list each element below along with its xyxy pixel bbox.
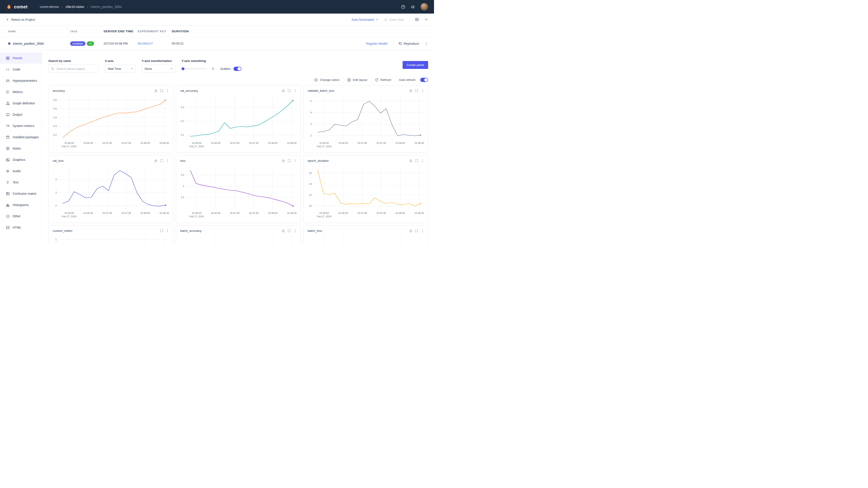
svg-text:Feb 27, 2024: Feb 27, 2024 bbox=[62, 215, 76, 218]
comet-logo-icon bbox=[6, 4, 12, 10]
breadcrumb-item[interactable]: interim_pavilion_3584 bbox=[91, 5, 122, 8]
edit-layout-button[interactable]: Edit layout bbox=[347, 78, 367, 82]
sidebar-item-graphics[interactable]: Graphics bbox=[0, 154, 42, 165]
expand-icon[interactable] bbox=[286, 228, 292, 233]
sidebar-item-notes[interactable]: Notes bbox=[0, 143, 42, 154]
expand-icon[interactable] bbox=[414, 88, 419, 93]
sidebar-item-installed-packages[interactable]: Installed packages bbox=[0, 131, 42, 143]
lock-open-icon[interactable] bbox=[153, 88, 158, 93]
lock-open-icon[interactable] bbox=[408, 88, 413, 93]
lock-open-icon[interactable] bbox=[408, 158, 413, 163]
save-view-button[interactable]: Save View bbox=[384, 18, 404, 22]
chart-val_accuracy[interactable]: 15:46:00Feb 27, 202415:46:3015:47:0015:4… bbox=[176, 94, 301, 150]
sidebar-item-text[interactable]: Text bbox=[0, 177, 42, 188]
experiment-name[interactable]: interim_pavilion_3584 bbox=[13, 42, 43, 45]
smoothing-slider[interactable] bbox=[182, 67, 207, 70]
chart-custom_metric[interactable]: 15:46:00Feb 27, 202415:46:3015:47:0015:4… bbox=[49, 234, 173, 244]
row-kebab-menu-icon[interactable] bbox=[425, 42, 428, 45]
sidebar-item-histograms[interactable]: Histograms bbox=[0, 199, 42, 210]
sidebar-item-metrics[interactable]: Metrics bbox=[0, 86, 42, 98]
comet-logo[interactable]: comet bbox=[6, 4, 28, 10]
ytrans-select[interactable]: None bbox=[142, 65, 175, 73]
return-to-project-link[interactable]: Return to Project bbox=[6, 18, 35, 22]
sidebar-item-output[interactable]: Output bbox=[0, 109, 42, 120]
lock-open-icon[interactable] bbox=[281, 158, 286, 163]
column-header-tags[interactable]: TAGS bbox=[68, 30, 101, 33]
breadcrumb-item[interactable]: comet-demos bbox=[40, 5, 59, 8]
refresh-button[interactable]: Refresh bbox=[375, 78, 391, 82]
sidebar-item-panels[interactable]: Panels bbox=[0, 53, 42, 64]
lock-open-icon[interactable] bbox=[281, 228, 286, 233]
slider-knob[interactable] bbox=[182, 67, 184, 70]
chart-epoch_duration[interactable]: 15:46:00Feb 27, 202415:46:3015:47:0015:4… bbox=[304, 164, 428, 220]
user-avatar[interactable] bbox=[421, 3, 428, 11]
kebab-menu-icon[interactable] bbox=[292, 158, 298, 163]
chart-batch_accuracy[interactable]: 15:46:00Feb 27, 202415:46:3015:47:0015:4… bbox=[176, 234, 301, 244]
expand-icon[interactable] bbox=[159, 158, 164, 163]
kebab-menu-icon[interactable] bbox=[420, 88, 425, 93]
kebab-menu-icon[interactable] bbox=[165, 88, 170, 93]
lock-open-icon[interactable] bbox=[153, 158, 158, 163]
kebab-menu-icon[interactable] bbox=[420, 228, 425, 233]
kebab-menu-icon[interactable] bbox=[292, 88, 298, 93]
kebab-menu-icon[interactable] bbox=[165, 158, 170, 163]
svg-text:1.5: 1.5 bbox=[181, 196, 184, 199]
column-header-name[interactable]: NAME bbox=[6, 26, 68, 37]
svg-text:4: 4 bbox=[310, 111, 312, 114]
announcements-icon[interactable] bbox=[411, 5, 415, 9]
sidebar-item-html[interactable]: HTML bbox=[0, 222, 42, 233]
sidebar-item-hyperparameters[interactable]: Hyperparameters bbox=[0, 75, 42, 86]
sidebar-item-label: Audio bbox=[13, 169, 21, 173]
column-header-duration[interactable]: DURATION bbox=[169, 30, 199, 33]
kebab-menu-icon[interactable] bbox=[292, 228, 298, 233]
expand-icon[interactable] bbox=[286, 158, 292, 163]
experiment-name-cell[interactable]: interim_pavilion_3584 bbox=[6, 42, 68, 45]
chart-loss[interactable]: 15:46:00Feb 27, 202415:46:3015:47:0015:4… bbox=[176, 164, 301, 220]
search-input[interactable] bbox=[56, 67, 96, 71]
kebab-menu-icon[interactable] bbox=[165, 228, 170, 233]
reproduce-button[interactable]: Reproduce bbox=[399, 42, 419, 45]
kebab-menu-icon[interactable] bbox=[420, 158, 425, 163]
slider-track[interactable] bbox=[182, 68, 207, 69]
column-header-server-end-time[interactable]: SERVER END TIME bbox=[101, 30, 135, 33]
chart-validate_batch_loss[interactable]: 15:46:00Feb 27, 202415:46:3015:47:0015:4… bbox=[304, 94, 428, 150]
sidebar-item-system-metrics[interactable]: System metrics bbox=[0, 120, 42, 131]
sidebar-item-confusion-matrix[interactable]: Confusion matrix bbox=[0, 188, 42, 199]
panel-header: batch_accuracy bbox=[176, 225, 301, 234]
outliers-toggle[interactable] bbox=[234, 67, 241, 71]
sidebar-item-graph-definition[interactable]: Graph definition bbox=[0, 98, 42, 109]
xaxis-select[interactable]: Wall Time bbox=[105, 65, 135, 73]
svg-text:0.2: 0.2 bbox=[181, 120, 184, 123]
sidebar-item-code[interactable]: Code bbox=[0, 64, 42, 75]
expand-icon[interactable] bbox=[286, 88, 292, 93]
sidebar-item-other[interactable]: Other bbox=[0, 210, 42, 222]
table-view-icon[interactable] bbox=[415, 18, 419, 22]
tag-pill[interactable]: candidate bbox=[70, 41, 86, 46]
chart-accuracy[interactable]: 15:46:00Feb 27, 202415:46:3015:47:0015:4… bbox=[49, 94, 173, 150]
expand-icon[interactable] bbox=[159, 88, 164, 93]
change-colors-button[interactable]: Change colors bbox=[314, 78, 340, 82]
create-panel-button[interactable]: Create panel bbox=[403, 61, 428, 69]
collapse-header-icon[interactable] bbox=[424, 18, 428, 22]
lock-open-icon[interactable] bbox=[408, 228, 413, 233]
column-header-experiment-key[interactable]: EXPERIMENT KEY bbox=[135, 30, 169, 33]
register-model-link[interactable]: Register Model bbox=[366, 42, 387, 45]
expand-icon[interactable] bbox=[159, 228, 164, 233]
chart-val_loss[interactable]: 15:46:00Feb 27, 202415:46:3015:47:0015:4… bbox=[49, 164, 173, 220]
help-icon[interactable] bbox=[401, 5, 405, 9]
tag-pill[interactable]: +1 bbox=[87, 41, 94, 46]
sidebar-item-audio[interactable]: Audio bbox=[0, 165, 42, 177]
lock-open-icon[interactable] bbox=[281, 88, 286, 93]
auto-refresh-toggle[interactable] bbox=[420, 78, 428, 82]
chart-batch_loss[interactable]: 15:46:00Feb 27, 202415:46:3015:47:0015:4… bbox=[304, 234, 428, 244]
panel-header-icons bbox=[153, 88, 170, 93]
view-dropdown[interactable]: Auto Generated bbox=[351, 18, 379, 22]
experiment-key-link[interactable]: 85130b107 bbox=[135, 42, 169, 45]
expand-icon[interactable] bbox=[414, 228, 419, 233]
breadcrumb-item[interactable]: cifar10-vision bbox=[66, 5, 84, 8]
notes-icon bbox=[6, 147, 10, 151]
expand-icon[interactable] bbox=[414, 158, 419, 163]
other-icon bbox=[6, 215, 10, 218]
svg-text:4: 4 bbox=[55, 178, 57, 181]
smoothing-label: Y-axis smoothing bbox=[182, 59, 241, 63]
